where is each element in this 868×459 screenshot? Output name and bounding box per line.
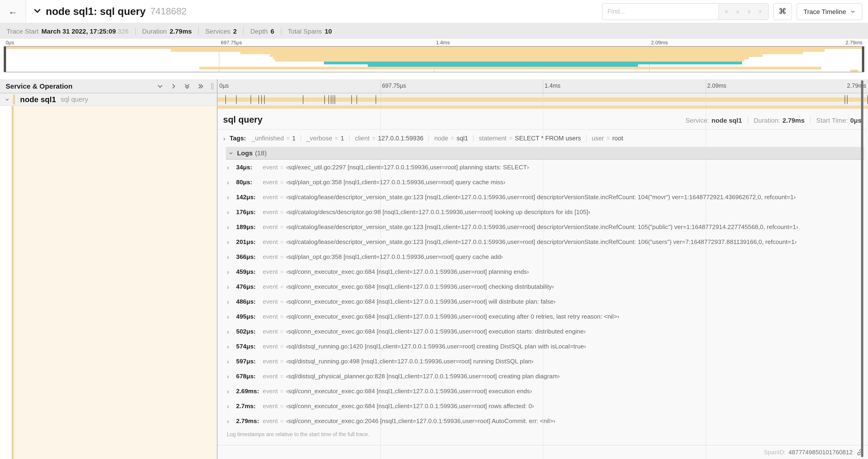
log-timestamp: 2.7ms: [236, 402, 261, 409]
log-expand-chevron-icon[interactable]: › [227, 372, 233, 380]
find-clear-icon[interactable]: × [758, 8, 762, 14]
trace-view-selector[interactable]: Trace Timeline [796, 3, 862, 20]
log-row[interactable]: ›201μs:event=‹sql/catalog/lease/descript… [226, 234, 864, 249]
log-equals: = [280, 193, 284, 200]
tags-label: Tags: [229, 135, 246, 142]
log-expand-chevron-icon[interactable]: › [227, 342, 233, 350]
log-timestamp: 678μs: [236, 372, 261, 380]
log-expand-chevron-icon[interactable]: › [227, 223, 233, 230]
span-service-name: node sql1 [20, 95, 56, 104]
log-row[interactable]: ›476μs:event=‹sql/conn_executor_exec.go:… [226, 279, 864, 294]
trace-start-ms: .326 [116, 27, 129, 35]
log-row[interactable]: ›142μs:event=‹sql/catalog/lease/descript… [226, 189, 864, 204]
minimap-left-handle[interactable] [4, 47, 6, 72]
log-expand-chevron-icon[interactable]: › [227, 417, 233, 424]
find-prev-icon[interactable]: ∧ [736, 8, 740, 14]
log-expand-chevron-icon[interactable]: › [227, 313, 233, 320]
focus-target-icon[interactable]: ⌖ [724, 8, 728, 15]
tag-equals: = [606, 135, 610, 142]
keyboard-shortcuts-button[interactable]: ⌘ [773, 3, 792, 20]
tag-value: sql1 [457, 135, 468, 142]
start-time-value: 0μs [850, 117, 862, 124]
minimap-span-bar [324, 62, 742, 64]
axis-tick-label: 1.4ms [545, 83, 560, 89]
vertical-scrollbar[interactable] [861, 80, 863, 457]
log-expand-chevron-icon[interactable]: › [227, 402, 233, 409]
log-field-name: event [263, 402, 278, 409]
tag-equals: = [286, 135, 290, 142]
axis-tick-label: 0μs [219, 83, 229, 89]
log-equals: = [280, 253, 284, 260]
log-row[interactable]: ›80μs:event=‹sql/plan_opt.go:358 [nsql1,… [226, 174, 864, 189]
log-row[interactable]: ›574μs:event=‹sql/distsql_running.go:142… [226, 339, 864, 354]
log-marker-tick [845, 95, 845, 104]
log-equals: = [280, 163, 284, 170]
log-expand-chevron-icon[interactable]: › [227, 298, 233, 305]
log-equals: = [280, 208, 284, 215]
log-field-name: event [263, 387, 278, 394]
logs-collapse-chevron-icon[interactable]: › [228, 152, 235, 154]
log-row[interactable]: ›495μs:event=‹sql/conn_executor_exec.go:… [226, 309, 864, 324]
log-expand-chevron-icon[interactable]: › [227, 163, 233, 170]
log-row[interactable]: ›176μs:event=‹sql/catalog/descs/descript… [226, 204, 864, 219]
tags-row[interactable]: › Tags: _unfinished=1_verbose=1client=12… [217, 130, 868, 146]
expand-all-icon[interactable] [197, 83, 204, 89]
log-equals: = [280, 342, 284, 350]
chevron-down-icon [850, 8, 856, 15]
log-value: ‹sql/distsql_running.go:1420 [nsql1,clie… [286, 342, 586, 350]
log-timestamp: 189μs: [236, 223, 261, 230]
log-marker-tick [333, 95, 334, 104]
span-row[interactable]: › node sql1 sql query [0, 93, 868, 106]
log-expand-chevron-icon[interactable]: › [227, 268, 233, 275]
log-equals: = [280, 283, 284, 290]
log-row[interactable]: ›486μs:event=‹sql/conn_executor_exec.go:… [226, 294, 864, 309]
log-expand-chevron-icon[interactable]: › [227, 193, 233, 200]
tags-expand-chevron-icon[interactable]: › [223, 135, 225, 142]
log-expand-chevron-icon[interactable]: › [227, 178, 233, 186]
logs-list: ›34μs:event=‹sql/exec_util.go:2297 [nsql… [226, 160, 864, 428]
log-row[interactable]: ›2.7ms:event=‹sql/conn_executor_exec.go:… [226, 398, 864, 413]
log-expand-chevron-icon[interactable]: › [227, 328, 233, 335]
log-expand-chevron-icon[interactable]: › [227, 358, 233, 365]
tag-item: _unfinished=1 [251, 135, 296, 142]
collapse-trace-chevron-icon[interactable] [34, 7, 41, 16]
log-row[interactable]: ›189μs:event=‹sql/catalog/lease/descript… [226, 219, 864, 234]
collapse-all-icon[interactable] [184, 83, 190, 89]
tag-equals: = [451, 135, 454, 142]
log-row[interactable]: ›678μs:event=‹sql/distsql_physical_plann… [226, 368, 864, 384]
minimap-tick-label: 697.75μs [221, 40, 242, 45]
log-row[interactable]: ›2.69ms:event=‹sql/conn_executor_exec.go… [226, 384, 864, 398]
log-row[interactable]: ›597μs:event=‹sql/distsql_running.go:498… [226, 354, 864, 368]
find-input[interactable] [602, 3, 718, 19]
span-detail-header: sql query Service:node sql1 Duration:2.7… [217, 109, 868, 129]
column-resize-handle[interactable] [211, 83, 215, 89]
span-detail-left-gutter [0, 106, 217, 459]
minimap-right-handle[interactable] [862, 47, 864, 72]
log-expand-chevron-icon[interactable]: › [227, 387, 233, 394]
collapse-one-icon[interactable] [157, 83, 163, 89]
log-expand-chevron-icon[interactable]: › [227, 238, 233, 245]
find-next-icon[interactable]: ∨ [747, 8, 751, 14]
log-row[interactable]: ›2.79ms:event=‹sql/conn_executor_exec.go… [226, 413, 864, 428]
minimap-canvas[interactable] [4, 46, 864, 72]
log-row[interactable]: ›459μs:event=‹sql/conn_executor_exec.go:… [226, 264, 864, 279]
back-button[interactable]: ← [0, 0, 26, 23]
span-duration-bar[interactable] [217, 97, 868, 102]
log-expand-chevron-icon[interactable]: › [227, 253, 233, 260]
log-expand-chevron-icon[interactable]: › [227, 208, 233, 215]
expand-one-icon[interactable] [170, 83, 177, 89]
tag-item: node=sql1 [434, 135, 468, 142]
span-bar-cell[interactable] [217, 93, 868, 105]
log-marker-tick [847, 95, 847, 104]
logs-count: (18) [255, 149, 267, 157]
log-row[interactable]: ›366μs:event=‹sql/plan_opt.go:358 [nsql1… [226, 249, 864, 264]
log-marker-tick [303, 95, 303, 104]
log-row[interactable]: ›502μs:event=‹sql/conn_executor_exec.go:… [226, 324, 864, 339]
log-field-name: event [263, 178, 278, 186]
log-row[interactable]: ›34μs:event=‹sql/exec_util.go:2297 [nsql… [226, 160, 864, 174]
log-value: ‹sql/conn_executor_exec.go:684 [nsql1,cl… [286, 387, 532, 394]
minimap-tick-label: 2.79ms [846, 40, 862, 45]
log-expand-chevron-icon[interactable]: › [227, 283, 233, 290]
logs-header[interactable]: › Logs (18) [226, 147, 864, 160]
span-collapse-chevron-icon[interactable]: › [4, 96, 11, 103]
